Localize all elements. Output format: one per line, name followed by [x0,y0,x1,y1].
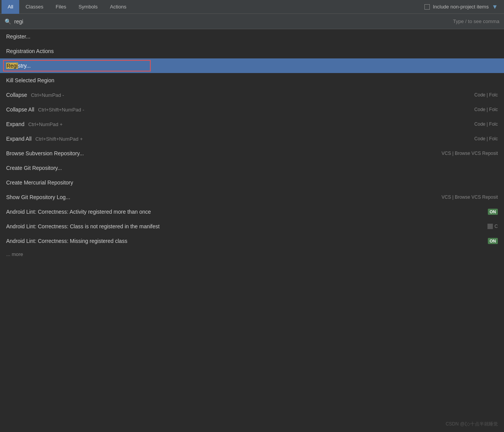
results-list: Register... Registration Actions Registr… [0,29,504,260]
tab-actions[interactable]: Actions [104,0,133,14]
list-item[interactable]: Android Lint: Correctness: Class is not … [0,219,504,234]
list-item[interactable]: Android Lint: Correctness: Missing regis… [0,234,504,248]
item-category: Code | Folc [474,121,498,127]
item-badge-on: ON [488,238,498,244]
item-label: Register... [6,33,498,40]
tab-classes[interactable]: Classes [19,0,49,14]
tab-all[interactable]: All [2,0,19,14]
list-item[interactable]: Kill Selected Region [0,73,504,88]
item-label: Expand Ctrl+NumPad + [6,121,474,127]
list-item[interactable]: Browse Subversion Repository... VCS | Br… [0,146,504,161]
list-item[interactable]: Collapse Ctrl+NumPad - Code | Folc [0,88,504,102]
list-item[interactable]: Create Mercurial Repository [0,175,504,190]
list-item[interactable]: Collapse All Ctrl+Shift+NumPad - Code | … [0,102,504,117]
list-item-registry[interactable]: Registry... [0,58,504,73]
tab-bar: All Classes Files Symbols Actions Includ… [0,0,504,14]
list-item[interactable]: Expand All Ctrl+Shift+NumPad + Code | Fo… [0,131,504,146]
item-category: Code | Folc [474,136,498,141]
search-hint: Type / to see comma [453,18,499,24]
item-label: Show Git Repository Log... [6,194,441,200]
item-label: Create Git Repository... [6,165,498,171]
item-label: Android Lint: Correctness: Missing regis… [6,238,485,244]
more-link[interactable]: ... more [0,248,504,260]
item-label: Android Lint: Correctness: Class is not … [6,223,484,229]
tab-files[interactable]: Files [50,0,72,14]
item-badge-gray [487,224,493,229]
item-label: Registry... [6,63,498,69]
item-label: Registration Actions [6,48,498,54]
item-label: Expand All Ctrl+Shift+NumPad + [6,136,474,142]
list-item[interactable]: Android Lint: Correctness: Activity regi… [0,204,504,219]
item-category: VCS | Browse VCS Reposit [441,151,498,156]
list-item[interactable]: Create Git Repository... [0,161,504,175]
item-category: Code | Folc [474,107,498,112]
search-input[interactable] [14,18,453,25]
item-badge-on: ON [488,209,498,215]
list-item[interactable]: Show Git Repository Log... VCS | Browse … [0,190,504,204]
item-label: Create Mercurial Repository [6,179,498,186]
item-label: Browse Subversion Repository... [6,150,441,156]
include-non-project-area: Include non-project items ▼ [424,3,502,10]
include-non-project-checkbox[interactable] [424,4,430,10]
list-item[interactable]: Registration Actions [0,44,504,58]
item-label: Kill Selected Region [6,77,498,83]
item-category: Code | Folc [474,92,498,98]
include-non-project-label: Include non-project items [433,4,489,10]
item-label: Collapse Ctrl+NumPad - [6,92,474,98]
filter-icon[interactable]: ▼ [492,3,498,10]
search-icon: 🔍 [5,18,11,25]
watermark: CSDN @ζ◇十点半就睡觉 [446,421,498,427]
item-label: Collapse All Ctrl+Shift+NumPad - [6,106,474,113]
list-item[interactable]: Expand Ctrl+NumPad + Code | Folc [0,117,504,131]
search-bar: 🔍 Type / to see comma [0,14,504,29]
tab-symbols[interactable]: Symbols [72,0,104,14]
list-item[interactable]: Register... [0,29,504,44]
item-label: Android Lint: Correctness: Activity regi… [6,209,485,215]
item-category: C [494,224,498,229]
item-category: VCS | Browse VCS Reposit [441,194,498,200]
